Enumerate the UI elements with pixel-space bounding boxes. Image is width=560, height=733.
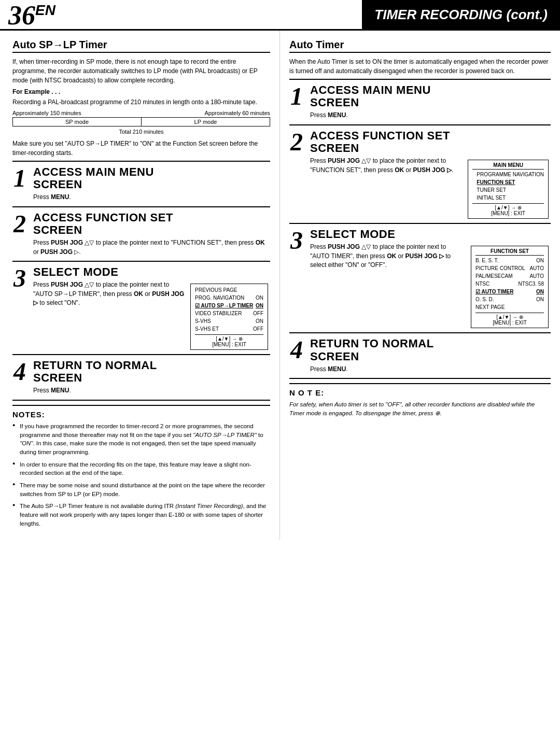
step-number-4: 4 [12,355,31,400]
right-step-3-text: Press PUSH JOG △▽ to place the pointer n… [310,243,467,270]
right-step-4-heading: RETURN TO NORMALSCREEN [310,337,549,362]
right-step-number-4: 4 [289,333,308,378]
right-diag2-row-prognav: PROGRAMME NAVIGATION [472,171,544,178]
step-2-heading: ACCESS FUNCTION SETSCREEN [33,212,268,236]
step-1-content: ACCESS MAIN MENUSCREEN Press MENU. [31,162,270,206]
left-step-2: 2 ACCESS FUNCTION SETSCREEN Press PUSH J… [12,206,270,261]
step-number-1: 1 [12,162,31,206]
right-diag3-row-best: B. E. S. T.ON [475,257,544,264]
right-diag2-footer: [▲/▼] → ⊗[MENU] : EXIT [472,203,544,216]
left-section-title: Auto SP→LP Timer [12,39,270,53]
step-2-desc: Press PUSH JOG △▽ to place the pointer n… [33,238,268,257]
right-step-1-heading: ACCESS MAIN MENUSCREEN [310,84,549,109]
step-3-desc: Press PUSH JOG △▽ to place the pointer n… [33,280,186,307]
right-column: Auto Timer When the Auto Timer is set to… [280,31,560,540]
right-diag2-row-funcset: FUNCTION SET [472,178,544,186]
step-3-content: SELECT MODE Press PUSH JOG △▽ to place t… [31,262,270,354]
right-step-3-diagram: FUNCTION SET B. E. S. T.ON PICTURE CONTR… [471,243,549,328]
total-row: Total 210 minutes [12,129,270,135]
left-step-1: 1 ACCESS MAIN MENUSCREEN Press MENU. [12,161,270,206]
right-step-number-2: 2 [289,125,308,223]
step-4-content: RETURN TO NORMALSCREEN Press MENU. [31,355,270,400]
right-step-4-desc: Press MENU. [310,365,549,374]
right-diag3-row-nextpage: NEXT PAGE [475,303,544,311]
step-4-desc: Press MENU. [33,386,268,395]
step-number-2: 2 [12,207,31,261]
diag-row-svhset: S-VHS ETOFF [195,325,263,333]
right-step-1-content: ACCESS MAIN MENUSCREEN Press MENU. [308,80,551,124]
right-diag3-row-ntsc: NTSCNTSC3. 58 [475,280,544,288]
right-step-3-content: SELECT MODE Press PUSH JOG △▽ to place t… [308,224,551,332]
step-2-content: ACCESS FUNCTION SETSCREEN Press PUSH JOG… [31,207,270,261]
minutes-row: Approximately 150 minutes Approximately … [12,110,270,116]
step-3-heading: SELECT MODE [33,266,268,278]
right-step-2-heading: ACCESS FUNCTION SETSCREEN [310,130,549,154]
right-diag2-row-tunerset: TUNER SET [472,186,544,194]
right-step-number-3: 3 [289,224,308,332]
right-step-number-1: 1 [289,80,308,124]
page-num-en: EN [35,2,55,18]
notes-title: NOTES: [12,410,270,419]
right-step-4-content: RETURN TO NORMALSCREEN Press MENU. [308,333,551,378]
right-diag3-row-palmesecam: PAL/MESECAMAUTO [475,272,544,280]
note-item-1: If you have programmed the recorder to t… [12,422,270,457]
left-step3-func-diagram: PREVIOUS PAGE PROG. NAVIGATIONON ☑ AUTO … [190,284,268,350]
right-steps: 1 ACCESS MAIN MENUSCREEN Press MENU. 2 A… [289,79,551,379]
diag-row-vstab: VIDEO STABILIZEROFF [195,309,263,317]
step-3-inner: Press PUSH JOG △▽ to place the pointer n… [33,280,268,350]
right-step-1: 1 ACCESS MAIN MENUSCREEN Press MENU. [289,79,551,124]
left-step-4: 4 RETURN TO NORMALSCREEN Press MENU. [12,354,270,400]
right-section-title: Auto Timer [289,39,551,53]
right-step-4: 4 RETURN TO NORMALSCREEN Press MENU. [289,332,551,378]
note-item-2: In order to ensure that the recording fi… [12,460,270,477]
right-step2-menu-diagram: MAIN MENU PROGRAMME NAVIGATION FUNCTION … [468,160,549,219]
page-num-digits: 36 [8,1,35,30]
right-step3-func-diagram: FUNCTION SET B. E. S. T.ON PICTURE CONTR… [471,246,549,328]
diag-row-svhs: S-VHSON [195,317,263,325]
right-diag3-row-picctrl: PICTURE CONTROLAUTO [475,264,544,272]
right-step-3: 3 SELECT MODE Press PUSH JOG △▽ to place… [289,223,551,332]
right-step-2-diagram: MAIN MENU PROGRAMME NAVIGATION FUNCTION … [468,157,549,219]
diag-footer: [▲/▼] → ⊗[MENU] : EXIT [195,334,263,347]
left-steps: 1 ACCESS MAIN MENUSCREEN Press MENU. 2 A… [12,161,270,401]
right-step-2-desc: Press PUSH JOG △▽ to place the pointer n… [310,157,464,175]
left-intro: If, when timer-recording in SP mode, the… [12,57,270,85]
sp-lp-table: SP mode LP mode [12,117,270,126]
right-intro: When the Auto Timer is set to ON the tim… [289,57,551,76]
page-header: 36EN TIMER RECORDING (cont.) [0,0,560,31]
left-step-3: 3 SELECT MODE Press PUSH JOG △▽ to place… [12,261,270,354]
diag-row-prog: PROG. NAVIGATIONON [195,294,263,302]
step-3-diagram: PREVIOUS PAGE PROG. NAVIGATIONON ☑ AUTO … [190,280,268,350]
step-4-heading: RETURN TO NORMALSCREEN [33,359,268,384]
right-diag3-row-osd: O. S. D.ON [475,295,544,303]
right-diag3-footer: [▲/▼] → ⊗[MENU] : EXIT [475,313,544,326]
note-item-4: The Auto SP→LP Timer feature is not avai… [12,502,270,528]
note-item-3: There may be some noise and sound distur… [12,481,270,498]
step-number-3: 3 [12,262,31,354]
page-number: 36EN [0,0,64,29]
diag-row-autolp: ☑ AUTO SP→LP TIMERON [195,302,263,309]
left-column: Auto SP→LP Timer If, when timer-recordin… [0,31,280,540]
right-step-3-heading: SELECT MODE [310,228,549,241]
sp-mode-cell: SP mode [13,118,142,126]
main-content: Auto SP→LP Timer If, when timer-recordin… [0,31,560,540]
step-1-heading: ACCESS MAIN MENUSCREEN [33,166,268,191]
header-title: TIMER RECORDING (cont.) [362,0,560,29]
note-block-text: For safety, when Auto timer is set to "O… [289,400,551,418]
step-3-text: Press PUSH JOG △▽ to place the pointer n… [33,280,186,307]
right-step-2-inner: Press PUSH JOG △▽ to place the pointer n… [310,157,549,219]
note-block: N O T E: For safety, when Auto timer is … [289,383,551,418]
make-sure-text: Make sure you set "AUTO SP→LP TIMER" to … [12,139,270,158]
right-diag3-row-autotimer: ☑ AUTO TIMERON [475,288,544,295]
right-step-3-desc: Press PUSH JOG △▽ to place the pointer n… [310,243,467,270]
right-diag2-title: MAIN MENU [472,162,544,170]
step-1-desc: Press MENU. [33,193,268,202]
right-step-2-content: ACCESS FUNCTION SETSCREEN Press PUSH JOG… [308,125,551,223]
note-block-title: N O T E: [289,388,551,397]
right-step-2: 2 ACCESS FUNCTION SETSCREEN Press PUSH J… [289,124,551,223]
right-step-1-desc: Press MENU. [310,111,549,120]
right-diag2-row-initialset: INITIAL SET [472,194,544,202]
example-label: For Example . . . [12,88,270,95]
right-step-2-text: Press PUSH JOG △▽ to place the pointer n… [310,157,464,175]
lp-mode-cell: LP mode [142,118,270,126]
